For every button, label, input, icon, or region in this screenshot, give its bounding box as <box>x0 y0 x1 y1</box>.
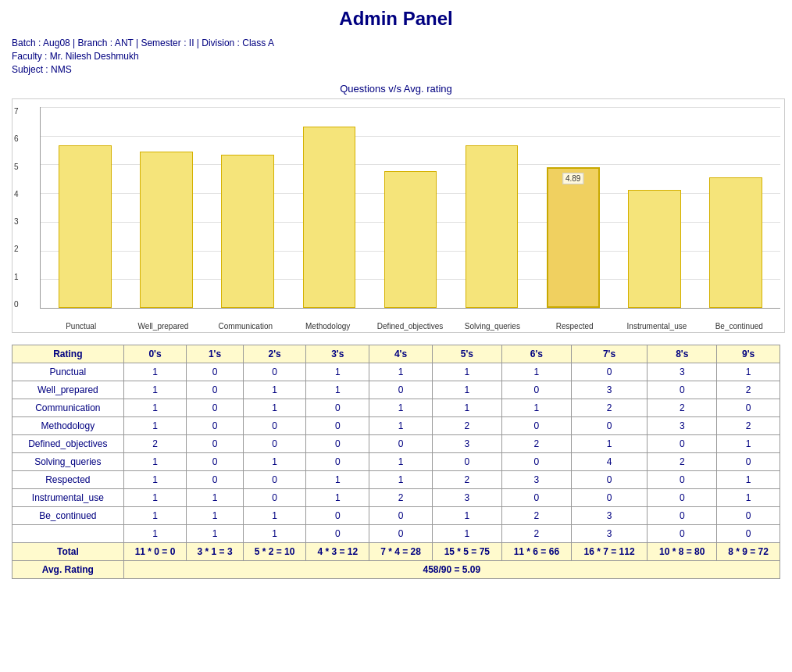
bar-value-label: 4.89 <box>562 173 583 184</box>
cell: 0 <box>571 489 647 507</box>
cell: 0 <box>648 507 717 525</box>
total-label: Total <box>12 543 124 561</box>
cell: 0 <box>369 381 433 399</box>
x-label-defined_objectives: Defined_objectives <box>369 322 451 331</box>
empty-cell: 1 <box>123 525 187 543</box>
empty-cell: 0 <box>369 525 433 543</box>
cell: 1 <box>432 399 501 417</box>
cell: 0 <box>187 417 243 435</box>
table-row: Well_prepared1011010302 <box>12 381 780 399</box>
cell: 0 <box>648 471 717 489</box>
empty-cell: 0 <box>306 525 369 543</box>
cell: 3 <box>501 471 571 489</box>
avg-label: Avg. Rating <box>12 561 124 579</box>
bar-be_continued <box>709 177 762 308</box>
empty-cell: 1 <box>432 525 501 543</box>
cell: 0 <box>571 363 647 381</box>
x-label-communication: Communication <box>205 322 287 331</box>
bar-group-be_continued <box>695 107 776 308</box>
cell: 2 <box>432 417 501 435</box>
cell: 0 <box>243 417 306 435</box>
bar-solving_queries <box>466 145 519 308</box>
row-label: Methodology <box>12 417 124 435</box>
col-header-rating: Rating <box>12 345 124 363</box>
cell: 1 <box>717 489 780 507</box>
cell: 0 <box>432 453 501 471</box>
cell: 1 <box>717 471 780 489</box>
x-label-well_prepared: Well_prepared <box>122 322 204 331</box>
meta-line2: Faculty : Mr. Nilesh Deshmukh <box>12 51 780 62</box>
empty-cell: 1 <box>187 525 243 543</box>
empty-cell: 0 <box>648 525 717 543</box>
cell: 1 <box>243 381 306 399</box>
cell: 1 <box>306 363 369 381</box>
total-cell: 16 * 7 = 112 <box>571 543 647 561</box>
empty-cell: 0 <box>717 525 780 543</box>
table-row: Solving_queries1010100420 <box>12 453 780 471</box>
cell: 1 <box>243 399 306 417</box>
col-header-2s: 2's <box>243 345 306 363</box>
cell: 1 <box>306 471 369 489</box>
bar-defined_objectives <box>384 171 437 308</box>
cell: 1 <box>123 489 187 507</box>
bar-well_prepared <box>140 152 193 308</box>
total-cell: 10 * 8 = 80 <box>648 543 717 561</box>
cell: 1 <box>306 381 369 399</box>
cell: 2 <box>432 471 501 489</box>
bar-communication <box>221 155 274 308</box>
avg-value: 458/90 = 5.09 <box>123 561 780 579</box>
col-header-3s: 3's <box>306 345 369 363</box>
cell: 0 <box>187 435 243 453</box>
ratings-table: Rating0's1's2's3's4's5's6's7's8's9's Pun… <box>12 345 780 579</box>
cell: 3 <box>432 489 501 507</box>
x-label-instrumental_use: Instrumental_use <box>615 322 697 331</box>
col-header-9s: 9's <box>717 345 780 363</box>
cell: 1 <box>123 399 187 417</box>
cell: 1 <box>123 417 187 435</box>
cell: 2 <box>501 507 571 525</box>
cell: 1 <box>717 363 780 381</box>
cell: 2 <box>648 399 717 417</box>
empty-row: 1110012300 <box>12 525 780 543</box>
meta-line3: Subject : NMS <box>12 64 780 75</box>
bar-group-instrumental_use <box>614 107 695 308</box>
table-row: Punctual1001111031 <box>12 363 780 381</box>
row-label: Respected <box>12 471 124 489</box>
total-cell: 11 * 6 = 66 <box>501 543 571 561</box>
total-cell: 11 * 0 = 0 <box>123 543 187 561</box>
cell: 1 <box>187 507 243 525</box>
bar-group-communication <box>207 107 288 308</box>
cell: 2 <box>717 417 780 435</box>
cell: 0 <box>717 453 780 471</box>
cell: 1 <box>369 417 433 435</box>
empty-label <box>12 525 124 543</box>
cell: 0 <box>648 435 717 453</box>
cell: 1 <box>123 453 187 471</box>
col-header-0s: 0's <box>123 345 187 363</box>
bar-respected: 4.89 <box>547 167 600 308</box>
table-row: Be_continued1110012300 <box>12 507 780 525</box>
total-cell: 4 * 3 = 12 <box>306 543 369 561</box>
x-label-solving_queries: Solving_queries <box>451 322 533 331</box>
table-row: Respected1001123001 <box>12 471 780 489</box>
cell: 1 <box>123 507 187 525</box>
total-cell: 5 * 2 = 10 <box>243 543 306 561</box>
cell: 1 <box>306 489 369 507</box>
cell: 1 <box>571 435 647 453</box>
bar-group-well_prepared <box>126 107 207 308</box>
cell: 0 <box>501 489 571 507</box>
cell: 0 <box>187 399 243 417</box>
cell: 0 <box>501 453 571 471</box>
x-label-methodology: Methodology <box>287 322 369 331</box>
cell: 1 <box>123 363 187 381</box>
cell: 3 <box>432 435 501 453</box>
cell: 2 <box>369 489 433 507</box>
bar-punctual <box>59 145 112 308</box>
table-header-row: Rating0's1's2's3's4's5's6's7's8's9's <box>12 345 780 363</box>
chart-section: Questions v/s Avg. rating 7 6 5 4 3 2 1 … <box>12 83 780 333</box>
meta-line1: Batch : Aug08 | Branch : ANT | Semester … <box>12 38 780 48</box>
cell: 1 <box>123 471 187 489</box>
col-header-6s: 6's <box>501 345 571 363</box>
bar-group-solving_queries <box>451 107 533 308</box>
col-header-4s: 4's <box>369 345 433 363</box>
